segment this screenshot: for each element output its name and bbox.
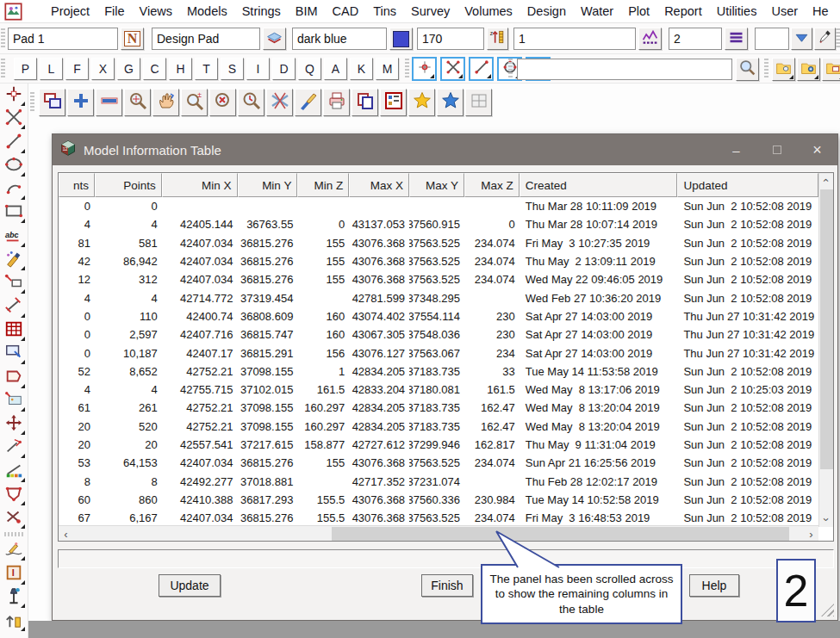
menu-item-tins[interactable]: Tins — [373, 4, 396, 18]
zoom-in-button[interactable]: ± — [181, 89, 208, 116]
toolbar-grip[interactable] — [405, 59, 409, 79]
scroll-left-icon[interactable]: ‹ — [59, 526, 73, 542]
style-field[interactable] — [669, 28, 722, 50]
menu-item-design[interactable]: Design — [527, 4, 566, 18]
model-picker-button[interactable] — [263, 28, 286, 50]
point-tool-button[interactable] — [2, 84, 26, 107]
node-tool-button[interactable] — [2, 108, 26, 130]
snap-toggle-L[interactable]: L — [40, 58, 63, 80]
snap-toggle-T[interactable]: T — [195, 58, 218, 80]
scroll-down-icon[interactable]: › — [819, 512, 834, 527]
table-row[interactable]: 4442405.14436763.55043137.05337560.9150T… — [59, 215, 818, 233]
colour-field[interactable] — [292, 28, 387, 50]
height-tool-button[interactable] — [2, 610, 26, 632]
drag-box-tool-button[interactable] — [2, 272, 26, 294]
model-field[interactable] — [152, 28, 260, 50]
maximize-button[interactable] — [756, 134, 797, 165]
zoom-previous-button[interactable] — [238, 89, 264, 116]
table-row[interactable]: 00Thu Mar 28 10:11:09 2019Sun Jun 2 10:5… — [59, 197, 818, 215]
extend-tool-button[interactable] — [2, 437, 26, 459]
paint-tool-button[interactable] — [2, 249, 26, 271]
toolbar-grip[interactable] — [764, 59, 768, 79]
table-row[interactable]: 202042557.54137217.615158.87742727.61237… — [59, 436, 818, 454]
table-row[interactable]: 4442755.71537102.015161.542833.20437180.… — [59, 381, 818, 399]
delete-views-button[interactable] — [266, 89, 293, 116]
snap-toggle-C[interactable]: C — [143, 58, 166, 80]
line-tool-button[interactable] — [2, 132, 26, 154]
toolbar-grip[interactable] — [836, 28, 840, 49]
column-header-max-x[interactable]: Max X — [349, 173, 409, 197]
menu-item-volumes[interactable]: Volumes — [464, 4, 513, 18]
fence-tool-button[interactable] — [2, 484, 26, 506]
table-row[interactable]: 5364,15342407.03436815.27615543076.36837… — [59, 454, 818, 472]
column-header-min-y[interactable]: Min Y — [238, 173, 298, 197]
folder-model-button[interactable] — [772, 58, 795, 81]
table-tool-button[interactable] — [2, 319, 26, 342]
toolbar-grip[interactable] — [1, 59, 5, 79]
toolbar-grip[interactable] — [1, 28, 5, 49]
finish-button[interactable]: Finish — [421, 574, 473, 597]
minimize-button[interactable]: – — [716, 134, 756, 165]
folder-gear-button[interactable] — [797, 58, 820, 81]
image-tool-button[interactable] — [2, 390, 26, 412]
snap-toggle-D[interactable]: D — [272, 58, 296, 80]
interface-tool-button[interactable]: I — [2, 563, 26, 585]
menu-item-models[interactable]: Models — [187, 4, 227, 18]
move-tool-button[interactable] — [2, 413, 26, 436]
pan-view-button[interactable] — [152, 89, 179, 116]
menu-item-utilities[interactable]: Utilities — [717, 4, 757, 18]
point-snap-button[interactable] — [412, 57, 437, 81]
segment-colour-tool-button[interactable] — [2, 461, 26, 483]
column-header-max-y[interactable]: Max Y — [409, 173, 464, 197]
menu-item-survey[interactable]: Survey — [411, 4, 450, 18]
menu-item-cad[interactable]: CAD — [333, 4, 359, 18]
help-button[interactable]: Help — [689, 574, 739, 597]
menu-item-views[interactable]: Views — [140, 4, 172, 18]
vertical-scrollbar-thumb[interactable] — [820, 189, 833, 469]
table-row[interactable]: 011042400.7436808.60916043074.40237554.1… — [59, 307, 818, 325]
screen-copy-tool-button[interactable] — [2, 343, 26, 365]
zoom-view-button[interactable] — [124, 89, 151, 116]
scroll-up-icon[interactable]: ‹ — [819, 173, 834, 188]
cascade-windows-button[interactable] — [39, 89, 65, 116]
snap-toggle-F[interactable]: F — [65, 58, 89, 80]
sketch-tool-button[interactable] — [2, 539, 26, 561]
resize-grip[interactable] — [821, 604, 834, 616]
folder-plot-button[interactable] — [822, 58, 840, 81]
table-row[interactable]: 528,65242752.2137098.155142834.20537183.… — [59, 362, 818, 381]
column-header-min-z[interactable]: Min Z — [297, 173, 349, 197]
tin-dropdown-button[interactable] — [791, 28, 812, 50]
menu-item-water[interactable]: Water — [581, 4, 613, 18]
table-row[interactable]: 010,18742407.1736815.29115643076.1273756… — [59, 344, 818, 362]
table-row[interactable]: 676,16742407.03436815.276155.543076.3683… — [59, 509, 818, 527]
menu-item-plot[interactable]: Plot — [628, 4, 650, 18]
colour-picker-button[interactable] — [389, 28, 413, 50]
line-snap-button[interactable] — [469, 57, 494, 81]
snap-toggle-Q[interactable]: Q — [298, 58, 321, 80]
favourites-yellow-star-button[interactable] — [408, 89, 435, 116]
snap-toggle-G[interactable]: G — [117, 58, 140, 80]
menu-item-strings[interactable]: Strings — [242, 4, 281, 18]
print-view-button[interactable] — [323, 89, 350, 116]
scroll-right-icon[interactable]: › — [804, 526, 818, 542]
table-row[interactable]: 6086042410.38836817.293155.543076.368375… — [59, 491, 818, 509]
height-field[interactable] — [417, 28, 484, 50]
snap-toggle-P[interactable]: P — [14, 58, 37, 80]
name-toggle-button[interactable]: N — [121, 28, 144, 50]
table-row[interactable]: 2052042752.2137098.155160.29742834.20537… — [59, 418, 818, 436]
remove-view-button[interactable] — [96, 89, 122, 116]
search-button[interactable] — [736, 58, 759, 81]
arc-tool-button[interactable] — [2, 178, 26, 201]
snap-toggle-S[interactable]: S — [221, 58, 244, 80]
horizontal-scrollbar[interactable]: ‹ › — [59, 525, 818, 541]
rectangle-tool-button[interactable] — [2, 201, 26, 224]
dialog-title-bar[interactable]: 12 Model Information Table – × — [53, 134, 837, 165]
snap-toggle-I[interactable]: I — [246, 58, 270, 80]
menu-item-report[interactable]: Report — [664, 4, 702, 18]
menu-item-he[interactable]: He — [812, 4, 829, 18]
favourites-blue-star-button[interactable] — [437, 89, 464, 116]
table-row[interactable]: 02,59742407.71636815.74716043067.3053754… — [59, 325, 818, 344]
column-header-points[interactable]: Points — [95, 173, 162, 197]
vertical-scrollbar[interactable]: ‹ › — [818, 173, 833, 527]
text-tool-button[interactable]: abc — [2, 226, 26, 248]
